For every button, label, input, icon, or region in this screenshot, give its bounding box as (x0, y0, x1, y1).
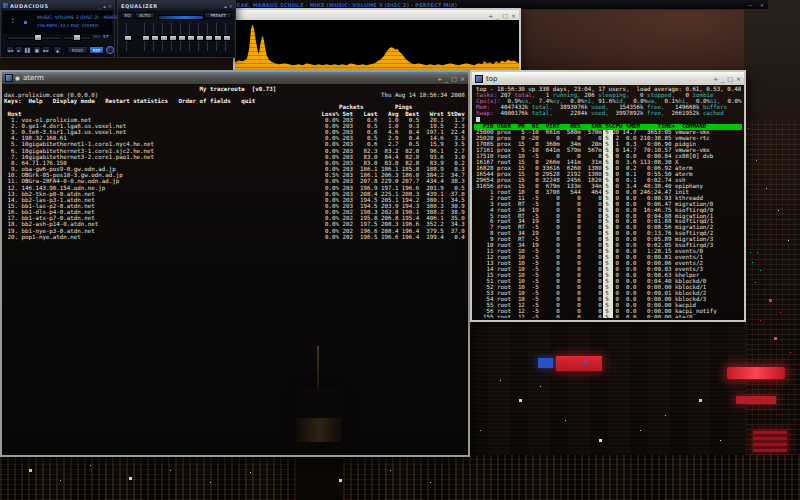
eq-band-slider[interactable] (216, 23, 217, 51)
mtr-line: 11. OBGra-28FA4-0-0.nw.odn.ad.jp 0.0% 20… (4, 178, 466, 184)
shade-button[interactable]: ▴ (103, 3, 106, 9)
wallpaper-blue-sign (538, 358, 553, 368)
mtr-line: 20. pop1-nye.atdn.net 0.0% 202 196.5 196… (4, 234, 466, 240)
minimize-button[interactable]: _ (99, 3, 102, 9)
wallpaper-window-lights (746, 120, 800, 480)
maximize-button[interactable]: □ (727, 75, 733, 82)
close-icon[interactable]: × (229, 3, 233, 9)
stream-info-display: 256 KBPS, 44.1 KHZ, STEREO (37, 23, 99, 28)
eq-slider-handle[interactable] (187, 35, 195, 41)
shuffle-button[interactable]: RAND (67, 46, 88, 54)
wallpaper-neon-sign (753, 430, 787, 452)
top-window: top + _ □ × top - 18:56:30 up 338 days, … (470, 70, 746, 322)
pause-button[interactable]: ▌▌ (24, 46, 32, 54)
minimize-button[interactable]: _ (721, 75, 724, 82)
eq-auto-button[interactable]: AUTO (135, 12, 155, 19)
repeat-button[interactable]: REP (89, 46, 104, 54)
close-icon[interactable]: × (511, 12, 516, 19)
mtr-line: 12. 146.143.90.154.odn.ne.jp 0.0% 203 19… (4, 185, 466, 191)
traceroute-titlebar[interactable]: aterm + _ □ × (2, 72, 468, 84)
shade-button[interactable]: ▴ (224, 3, 227, 9)
previous-button[interactable]: ◄◄ (6, 46, 14, 54)
eq-band-slider[interactable] (180, 23, 181, 51)
stop-button[interactable]: ■ (33, 46, 41, 54)
equalizer-title: EQUALIZER (121, 3, 224, 9)
audacious-icon (3, 3, 8, 8)
top-window-title: top (486, 75, 710, 83)
eq-slider-handle[interactable] (196, 35, 204, 41)
close-icon[interactable]: × (460, 75, 465, 82)
stereo-indicator: ST (103, 34, 109, 39)
shade-button[interactable]: + (488, 12, 493, 19)
mtr-line: 5. 10gigabitethernet1-1.core1.nyc4.he.ne… (4, 141, 466, 147)
waveform-graphic (235, 20, 519, 70)
mtr-line: 7. 10gigabitethernet3-2.core1.pao1.he.ne… (4, 154, 466, 160)
close-icon[interactable]: × (760, 2, 764, 8)
play-indicator (24, 21, 27, 24)
wallpaper-red-sign (556, 356, 602, 371)
eq-band-slider[interactable] (189, 23, 190, 51)
waveform-display (235, 20, 519, 70)
mtr-line: Host Loss% Snt Last Avg Best Wrst StDev (4, 111, 466, 117)
mtr-line: Packets Pings (4, 104, 466, 110)
gain-knob[interactable] (106, 46, 114, 54)
traceroute-output: My traceroute [v0.73]dax.prolixium.com (… (4, 86, 466, 453)
time-display: : (10, 15, 15, 25)
eq-slider-handle[interactable] (160, 35, 168, 41)
wallpaper-neon-sign (727, 367, 785, 379)
traceroute-window-title: aterm (23, 74, 434, 82)
close-icon[interactable]: × (736, 75, 741, 82)
eq-slider-handle[interactable] (178, 35, 186, 41)
mtr-line: 18. bb2-ash-p14-0.atdn.net 0.0% 202 197.… (4, 221, 466, 227)
mtr-line: 13. bb2-tkn-p0-0.atdn.net 0.0% 203 208.4… (4, 191, 466, 197)
eq-band-slider[interactable] (162, 23, 163, 51)
now-playing-title: PEAK, MARKUS SCHULZ - MIKE (MUSIC: VOLUM… (233, 2, 745, 8)
eq-slider-handle[interactable] (223, 35, 231, 41)
eq-band-slider[interactable] (198, 23, 199, 51)
next-button[interactable]: ►► (42, 46, 50, 54)
audacious-titlebar[interactable]: AUDACIOUS _ ▴ × (1, 1, 114, 10)
shade-button[interactable]: + (437, 75, 442, 82)
mono-indicator: MO (93, 34, 100, 39)
equalizer-titlebar[interactable]: EQUALIZER ▴ × (118, 1, 235, 10)
eq-band-slider[interactable] (153, 23, 154, 51)
eq-band-slider[interactable] (207, 23, 208, 51)
minimize-button[interactable]: _ (445, 75, 448, 82)
eq-slider-handle[interactable] (214, 35, 222, 41)
wallpaper-bottom-buildings (0, 455, 800, 500)
mtr-line: 6. 10gigabitethernet3-1.core1.sjc2.he.ne… (4, 148, 466, 154)
eq-band-slider[interactable] (171, 23, 172, 51)
preamp-slider[interactable] (126, 23, 127, 51)
eq-slider-handle[interactable] (142, 35, 150, 41)
terminal-icon (5, 74, 13, 82)
terminal-icon (475, 75, 483, 83)
preamp-bar[interactable] (158, 15, 204, 20)
eject-button[interactable]: ▲ (53, 46, 62, 54)
play-button[interactable]: ► (15, 46, 23, 54)
traceroute-window: aterm + _ □ × My traceroute [v0.73]dax.p… (0, 70, 470, 457)
scope-titlebar[interactable]: + _ □ × (235, 10, 519, 20)
eq-slider-handle[interactable] (169, 35, 177, 41)
maximize-button[interactable]: □ (451, 75, 457, 82)
eq-slider-handle[interactable] (151, 35, 159, 41)
minimize-button[interactable]: _ (496, 12, 499, 19)
terminal-cursor (476, 117, 480, 123)
volume-slider-handle[interactable] (34, 34, 42, 41)
eq-band-slider[interactable] (144, 23, 145, 51)
eq-on-button[interactable]: EQ (121, 12, 134, 19)
minimize-button[interactable]: — (748, 2, 753, 8)
equalizer-window: EQUALIZER ▴ × EQ AUTO PRESET (117, 0, 236, 58)
eq-slider-handle[interactable] (205, 35, 213, 41)
top-output: top - 18:56:30 up 338 days, 23:04, 17 us… (474, 86, 742, 318)
eq-band-slider[interactable] (225, 23, 226, 51)
shade-button[interactable]: + (713, 75, 718, 82)
close-icon[interactable]: × (108, 3, 112, 9)
gear-icon (15, 76, 20, 81)
balance-slider-handle[interactable] (73, 34, 81, 41)
desktop: PEAK, MARKUS SCHULZ - MIKE (MUSIC: VOLUM… (0, 0, 800, 500)
maximize-button[interactable]: □ (502, 12, 508, 19)
eq-slider-handle[interactable] (124, 35, 132, 41)
top-process-row: 155 root 12 -5 0 0 0 S 0 0.0 0:00.00 ata… (476, 315, 742, 318)
preset-button[interactable]: PRESET (204, 12, 232, 19)
top-titlebar[interactable]: top + _ □ × (472, 72, 744, 85)
